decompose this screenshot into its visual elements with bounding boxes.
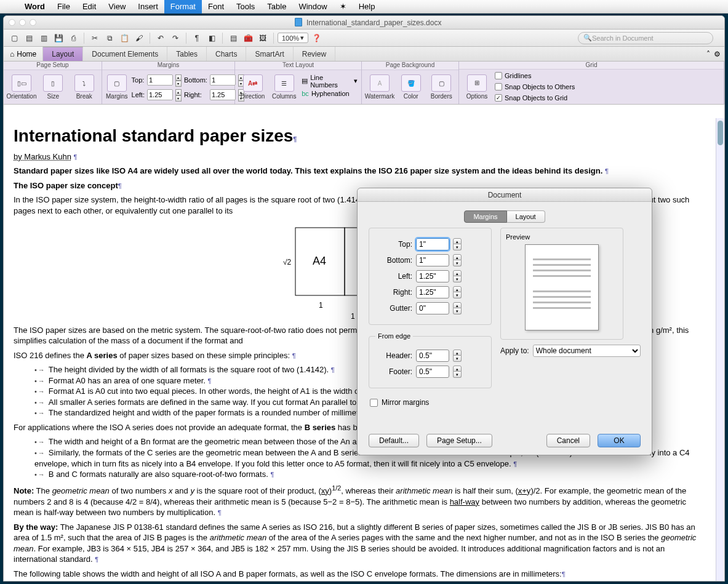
break-button[interactable]: ⤵Break bbox=[71, 74, 98, 100]
mirror-margins-label: Mirror margins bbox=[382, 398, 429, 407]
tab-tables[interactable]: Tables bbox=[167, 47, 207, 61]
apple-menu[interactable] bbox=[6, 0, 18, 14]
apply-to-select[interactable]: Whole document bbox=[533, 345, 641, 357]
menu-table[interactable]: Table bbox=[261, 0, 292, 14]
size-button[interactable]: ▯Size bbox=[39, 74, 67, 100]
dialog-right-input[interactable] bbox=[416, 286, 449, 298]
tab-charts[interactable]: Charts bbox=[207, 47, 246, 61]
cut-button[interactable]: ✂ bbox=[88, 32, 102, 44]
show-all-button[interactable]: ◧ bbox=[205, 32, 218, 44]
dialog-left-stepper[interactable]: ▴▾ bbox=[453, 270, 462, 282]
gridlines-checkbox[interactable]: Gridlines bbox=[495, 71, 575, 81]
copy-button[interactable]: ⧉ bbox=[103, 32, 116, 44]
cancel-button[interactable]: Cancel bbox=[546, 434, 590, 447]
menu-tools[interactable]: Tools bbox=[230, 0, 261, 14]
mac-menubar[interactable]: Word File Edit View Insert Format Font T… bbox=[0, 0, 728, 14]
margins-button[interactable]: ▢Margins bbox=[106, 74, 128, 100]
format-painter-button[interactable]: 🖌 bbox=[132, 32, 146, 44]
dialog-left-input[interactable] bbox=[416, 270, 449, 282]
color-button[interactable]: 🪣Color bbox=[398, 74, 425, 100]
collapse-ribbon-button[interactable]: ˄ bbox=[706, 50, 710, 58]
toolbox-button[interactable]: 🧰 bbox=[241, 32, 255, 44]
open-button[interactable]: ▤ bbox=[22, 32, 36, 44]
margin-top-input[interactable] bbox=[147, 74, 173, 86]
menu-format[interactable]: Format bbox=[164, 0, 202, 14]
page-setup-button[interactable]: Page Setup... bbox=[426, 434, 492, 447]
dialog-right-stepper[interactable]: ▴▾ bbox=[453, 286, 462, 298]
dialog-header-input[interactable] bbox=[416, 350, 449, 362]
watermark-button[interactable]: AWatermark bbox=[366, 74, 394, 100]
ok-button[interactable]: OK bbox=[598, 434, 641, 447]
menu-file[interactable]: File bbox=[51, 0, 76, 14]
new-doc-button[interactable]: ▢ bbox=[7, 32, 21, 44]
dialog-footer-input[interactable] bbox=[416, 366, 449, 378]
titlebar: International_standard_paper_sizes.docx bbox=[4, 16, 724, 30]
document-margins-dialog: Document Margins Layout Top:▴▾ Bottom:▴▾… bbox=[357, 188, 652, 455]
document-icon bbox=[295, 18, 302, 26]
menu-script-icon[interactable]: ✶ bbox=[334, 0, 353, 14]
show-formatting-button[interactable]: ¶ bbox=[190, 32, 204, 44]
direction-button[interactable]: A⇄Direction bbox=[239, 74, 266, 100]
tab-layout[interactable]: Layout bbox=[43, 47, 83, 61]
dialog-tab-layout[interactable]: Layout bbox=[507, 210, 545, 223]
dialog-header-stepper[interactable]: ▴▾ bbox=[453, 350, 462, 362]
orientation-button[interactable]: ▯▭Orientation bbox=[7, 74, 36, 100]
margin-bottom-input[interactable] bbox=[210, 74, 236, 86]
menu-app[interactable]: Word bbox=[18, 0, 51, 14]
redo-button[interactable]: ↷ bbox=[169, 32, 182, 44]
zoom-dropdown[interactable]: 100%▾ bbox=[278, 33, 308, 43]
menu-edit[interactable]: Edit bbox=[76, 0, 102, 14]
dialog-footer-stepper[interactable]: ▴▾ bbox=[453, 366, 462, 378]
vertical-scrollbar[interactable] bbox=[716, 118, 724, 581]
undo-button[interactable]: ↶ bbox=[154, 32, 167, 44]
dialog-top-input[interactable] bbox=[416, 238, 449, 250]
group-page-background-title: Page Background bbox=[362, 62, 458, 70]
default-button[interactable]: Default... bbox=[369, 434, 419, 447]
minimize-icon[interactable] bbox=[19, 19, 26, 26]
tab-review[interactable]: Review bbox=[294, 47, 335, 61]
margin-left-stepper[interactable]: ▴▾ bbox=[175, 89, 182, 100]
doc-p6: The following table shows the width and … bbox=[14, 569, 706, 580]
menu-help[interactable]: Help bbox=[353, 0, 382, 14]
columns-button[interactable]: ☰Columns bbox=[270, 74, 298, 100]
home-tab[interactable]: ⌂ Home bbox=[4, 47, 43, 61]
dialog-top-stepper[interactable]: ▴▾ bbox=[453, 238, 462, 250]
ribbon-tabs: ⌂ Home Layout Document Elements Tables C… bbox=[4, 47, 724, 62]
snap-objects-others-checkbox[interactable]: Snap Objects to Others bbox=[495, 82, 575, 92]
dialog-tab-margins[interactable]: Margins bbox=[464, 210, 506, 223]
borders-button[interactable]: ▢Borders bbox=[428, 74, 455, 100]
menu-window[interactable]: Window bbox=[292, 0, 333, 14]
document-title-text: International_standard_paper_sizes.docx bbox=[306, 18, 441, 27]
document-title: International_standard_paper_sizes.docx bbox=[36, 18, 700, 27]
close-icon[interactable] bbox=[9, 19, 15, 26]
margin-left-input[interactable] bbox=[147, 89, 173, 100]
preview-fieldset: Preview bbox=[500, 228, 623, 340]
save-button[interactable]: 💾 bbox=[52, 32, 65, 44]
line-numbers-dropdown[interactable]: ▤ Line Numbers ▾ bbox=[302, 76, 358, 86]
mirror-margins-checkbox[interactable] bbox=[370, 399, 378, 407]
zoom-icon[interactable] bbox=[30, 19, 36, 26]
search-input[interactable]: 🔍 Search in Document bbox=[578, 32, 713, 44]
dialog-gutter-input[interactable] bbox=[416, 302, 449, 314]
paste-button[interactable]: 📋 bbox=[118, 32, 131, 44]
dialog-bottom-input[interactable] bbox=[416, 254, 449, 266]
tab-document-elements[interactable]: Document Elements bbox=[83, 47, 167, 61]
grid-options-button[interactable]: ⊞Options bbox=[463, 74, 491, 100]
snap-objects-grid-checkbox[interactable]: ✓Snap Objects to Grid bbox=[495, 93, 575, 103]
dialog-gutter-stepper[interactable]: ▴▾ bbox=[453, 302, 462, 314]
print-button[interactable]: ⎙ bbox=[66, 32, 80, 44]
scrollbar-thumb[interactable] bbox=[718, 121, 723, 145]
ribbon-settings-button[interactable]: ⚙ bbox=[714, 50, 721, 58]
dialog-bottom-stepper[interactable]: ▴▾ bbox=[453, 254, 462, 266]
help-button[interactable]: ❓ bbox=[310, 32, 323, 44]
hyphenation-button[interactable]: bc Hyphenation bbox=[302, 89, 358, 98]
sidebar-button[interactable]: ▤ bbox=[226, 32, 240, 44]
media-button[interactable]: 🖼 bbox=[256, 32, 270, 44]
margin-right-input[interactable] bbox=[210, 89, 236, 100]
menu-view[interactable]: View bbox=[102, 0, 132, 14]
gallery-button[interactable]: ▥ bbox=[37, 32, 50, 44]
menu-font[interactable]: Font bbox=[202, 0, 230, 14]
margin-top-stepper[interactable]: ▴▾ bbox=[175, 74, 182, 86]
menu-insert[interactable]: Insert bbox=[132, 0, 164, 14]
tab-smartart[interactable]: SmartArt bbox=[246, 47, 293, 61]
